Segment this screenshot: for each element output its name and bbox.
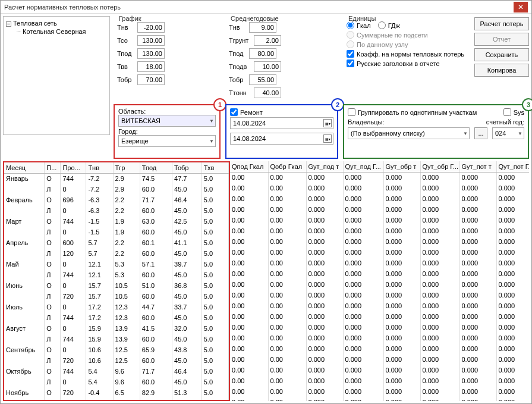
- table-row[interactable]: МайО012.15.357.139.75.0: [4, 259, 229, 270]
- check-koef[interactable]: Коэфф. на нормы тепловых потерь: [347, 50, 464, 58]
- table-row[interactable]: 0.000.000.0000.0000.0000.0000.0000.000: [230, 268, 529, 279]
- table-row[interactable]: 0.000.000.0000.0000.0000.0000.0000.000: [230, 204, 529, 215]
- report-button[interactable]: Отчет: [474, 33, 529, 46]
- col-header[interactable]: Qпод Гкал: [230, 161, 268, 172]
- sred-tpod[interactable]: [249, 48, 276, 59]
- grafik-tnv[interactable]: [137, 22, 165, 33]
- table-row[interactable]: 0.000.000.0000.0000.0000.0000.0000.000: [230, 247, 529, 258]
- tree-child[interactable]: ┈ Котельная Северная: [17, 27, 107, 36]
- table-row[interactable]: ИюньО015.710.551.036.85.0: [4, 280, 229, 291]
- table-row[interactable]: Л0-0.46.560.045.05.0: [4, 398, 229, 401]
- left-table[interactable]: МесяцП...Про...ТнвТгрТподТобрТхв ЯнварьО…: [3, 161, 230, 401]
- copy-button[interactable]: Копирова: [474, 64, 529, 77]
- table-row[interactable]: 0.000.000.0000.0000.0000.0000.0000.000: [230, 311, 529, 322]
- col-header[interactable]: Тнв: [86, 162, 113, 173]
- table-row[interactable]: 0.000.000.0000.0000.0000.0000.0000.000: [230, 193, 529, 204]
- calendar-icon[interactable]: ▦▾: [323, 119, 332, 127]
- table-row[interactable]: 0.000.000.0000.0000.0000.0000.0000.000: [230, 386, 529, 397]
- table-row[interactable]: Л1205.72.260.045.05.0: [4, 248, 229, 259]
- col-header[interactable]: Qобр Гкал: [268, 161, 306, 172]
- table-row[interactable]: Л0-1.51.960.045.05.0: [4, 227, 229, 237]
- tree-view[interactable]: −Тепловая сеть ┈ Котельная Северная: [3, 16, 110, 135]
- sred-tgrunt[interactable]: [254, 35, 281, 46]
- table-row[interactable]: 0.000.000.0000.0000.0000.0000.0000.000: [230, 172, 529, 183]
- table-row[interactable]: НоябрьО720-0.46.582.951.35.0: [4, 387, 229, 398]
- tree-root[interactable]: −Тепловая сеть: [6, 19, 107, 27]
- table-row[interactable]: Л72010.612.560.045.05.0: [4, 355, 229, 366]
- table-row[interactable]: Л74412.15.360.045.05.0: [4, 270, 229, 280]
- sred-tobr[interactable]: [249, 74, 276, 85]
- calendar-icon[interactable]: ▦▾: [323, 134, 332, 143]
- col-header[interactable]: Про...: [61, 162, 86, 173]
- date2-field[interactable]: 14.08.2024▦▾: [230, 133, 333, 145]
- table-row[interactable]: АвгустО015.913.941.532.05.0: [4, 323, 229, 334]
- table-row[interactable]: 0.000.000.0000.0000.0000.0000.0000.000: [230, 215, 529, 226]
- table-row[interactable]: 0.000.000.0000.0000.0000.0000.0000.000: [230, 322, 529, 333]
- table-row[interactable]: Л05.49.660.045.05.0: [4, 377, 229, 387]
- table-row[interactable]: Л72015.710.560.045.05.0: [4, 291, 229, 302]
- grafik-tobr[interactable]: [137, 74, 165, 85]
- owners-more-button[interactable]: ...: [474, 127, 487, 139]
- gorod-combo[interactable]: Езерище▼: [118, 135, 216, 147]
- col-header[interactable]: Qут_под Г...: [343, 161, 383, 172]
- grafik-tvv[interactable]: [137, 61, 165, 72]
- table-row[interactable]: 0.000.000.0000.0000.0000.0000.0000.000: [230, 258, 529, 268]
- col-header[interactable]: П...: [45, 162, 61, 173]
- calc-button[interactable]: Расчет потерь: [474, 17, 529, 30]
- table-row[interactable]: 0.000.000.0000.0000.0000.0000.0000.000: [230, 397, 529, 401]
- col-header[interactable]: Тгр: [113, 162, 140, 173]
- grafik-tpod[interactable]: [137, 48, 165, 59]
- table-row[interactable]: 0.000.000.0000.0000.0000.0000.0000.000: [230, 300, 529, 311]
- check-rus[interactable]: Русские заголовки в отчете: [347, 59, 440, 67]
- sred-tnv[interactable]: [249, 22, 276, 33]
- col-header[interactable]: Gут_пот т: [459, 161, 496, 172]
- col-header[interactable]: Тхв: [202, 162, 228, 173]
- col-header[interactable]: Qут_обр Г...: [420, 161, 459, 172]
- table-row[interactable]: Л74415.913.960.045.05.0: [4, 334, 229, 345]
- table-row[interactable]: 0.000.000.0000.0000.0000.0000.0000.000: [230, 375, 529, 386]
- table-row[interactable]: 0.000.000.0000.0000.0000.0000.0000.000: [230, 365, 529, 375]
- group-units: Единицы Гкал ГДж Суммарные по подсети По…: [343, 16, 470, 102]
- check-remont[interactable]: Ремонт: [230, 108, 263, 116]
- table-row[interactable]: 0.000.000.0000.0000.0000.0000.0000.000: [230, 354, 529, 365]
- col-header[interactable]: Тпод: [140, 162, 172, 173]
- owners-combo[interactable]: (По выбранному списку)▼: [348, 127, 470, 139]
- table-row[interactable]: АпрельО6005.72.260.141.15.0: [4, 237, 229, 248]
- table-row[interactable]: ЯнварьО744-7.22.974.547.75.0: [4, 173, 229, 184]
- save-button[interactable]: Сохранить: [474, 48, 529, 61]
- check-sys[interactable]: Sys: [503, 108, 524, 116]
- table-row[interactable]: ИюльО017.212.344.733.75.0: [4, 302, 229, 312]
- table-row[interactable]: 0.000.000.0000.0000.0000.0000.0000.000: [230, 333, 529, 343]
- radio-gdj[interactable]: ГДж: [378, 21, 400, 29]
- collapse-icon[interactable]: −: [6, 21, 11, 27]
- table-row[interactable]: 0.000.000.0000.0000.0000.0000.0000.000: [230, 343, 529, 354]
- table-row[interactable]: 0.000.000.0000.0000.0000.0000.0000.000: [230, 279, 529, 290]
- table-row[interactable]: 0.000.000.0000.0000.0000.0000.0000.000: [230, 226, 529, 236]
- col-header[interactable]: Gут_под т: [306, 161, 343, 172]
- date1-field[interactable]: 14.08.2024▦▾: [230, 117, 333, 129]
- table-row[interactable]: МартО744-1.51.963.042.55.0: [4, 216, 229, 227]
- col-header[interactable]: Месяц: [4, 162, 45, 173]
- sred-ttonn[interactable]: [254, 87, 281, 98]
- right-table[interactable]: Qпод ГкалQобр ГкалGут_под тQут_под Г...G…: [230, 161, 529, 401]
- table-row[interactable]: 0.000.000.0000.0000.0000.0000.0000.000: [230, 183, 529, 193]
- sred-tpodv[interactable]: [254, 61, 281, 72]
- table-row[interactable]: Л74417.212.360.045.05.0: [4, 312, 229, 323]
- table-row[interactable]: Л0-6.32.260.045.05.0: [4, 205, 229, 216]
- grafik-tso[interactable]: [137, 35, 165, 46]
- close-button[interactable]: ✕: [514, 2, 528, 12]
- col-header[interactable]: Gут_обр т: [383, 161, 420, 172]
- oblast-combo[interactable]: ВИТЕБСКАЯ▼: [118, 115, 216, 127]
- radio-gkal[interactable]: Гкал: [347, 21, 371, 29]
- table-row[interactable]: СентябрьО010.612.565.943.85.0: [4, 345, 229, 355]
- table-row[interactable]: 0.000.000.0000.0000.0000.0000.0000.000: [230, 290, 529, 300]
- table-row[interactable]: 0.000.000.0000.0000.0000.0000.0000.000: [230, 236, 529, 247]
- chevron-down-icon: ▼: [209, 139, 214, 144]
- year-combo[interactable]: 024▼: [492, 127, 524, 139]
- table-row[interactable]: ФевральО696-6.32.271.746.45.0: [4, 195, 229, 205]
- table-row[interactable]: Л0-7.22.960.045.05.0: [4, 184, 229, 195]
- check-group[interactable]: Группировать по однотипным участкам: [348, 108, 477, 116]
- col-header[interactable]: Тобр: [172, 162, 202, 173]
- table-row[interactable]: ОктябрьО7445.49.671.746.45.0: [4, 366, 229, 377]
- col-header[interactable]: Qут_пот Г...: [496, 161, 529, 172]
